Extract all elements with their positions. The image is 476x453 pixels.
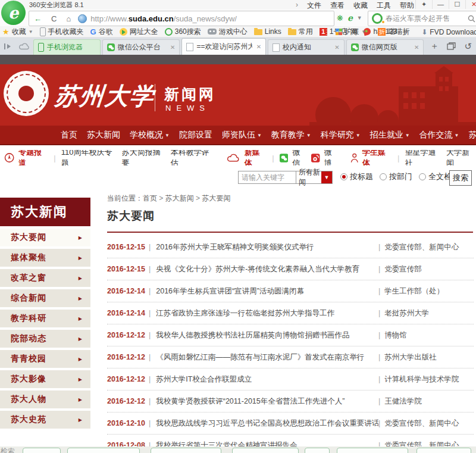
news-row[interactable]: 2016-12-12我校黄学贤教授获评“2011-2015年全省普法工作先进个人… xyxy=(107,390,474,413)
bookmark-mobile-favorites[interactable]: 手机收藏夹 xyxy=(40,27,84,37)
keyword-input[interactable] xyxy=(238,171,296,184)
subnav-new-media[interactable]: 新媒体 xyxy=(245,150,267,165)
sidebar-item-teaching-research[interactable]: 教学科研 xyxy=(0,310,90,327)
subnav-university-news[interactable]: 大学新闻 xyxy=(446,150,476,165)
home-icon[interactable]: ⌂ xyxy=(61,14,76,23)
close-button[interactable]: ✕ xyxy=(465,0,476,9)
nav-cooperation[interactable]: 合作交流 xyxy=(419,130,459,140)
sidebar-item-department-updates[interactable]: 院部动态 xyxy=(0,330,90,348)
news-row[interactable]: 2016-12-12苏州大学IT校企合作联盟成立计算机科学与技术学院 xyxy=(107,368,474,390)
nav-home[interactable]: 首页 xyxy=(61,130,77,140)
sidebar-item-suda-images[interactable]: 苏大影像 xyxy=(0,370,90,388)
restore-closed-tab-icon[interactable]: ↺ xyxy=(464,41,472,52)
tab-close-icon[interactable]: ✕ xyxy=(414,44,419,51)
no-trace-icon[interactable]: ❋ xyxy=(337,14,343,23)
news-title-link[interactable]: 我校思政战线学习习近平总书记全国高校思想政治工作会议重要讲话精神 xyxy=(146,418,378,429)
news-title-link[interactable]: 苏州大学IT校企合作联盟成立 xyxy=(146,374,378,385)
url-field[interactable]: ← C ⌂ http://www.suda.edu.cn/suda_news/s… xyxy=(29,11,334,26)
tab-suda-news-active[interactable]: ==欢迎访问苏州大学网 ✕ xyxy=(181,38,266,55)
tab-list-icon[interactable] xyxy=(447,42,456,50)
subnav-briefing-digest[interactable]: 苏大简报摘要 xyxy=(122,150,167,165)
breadcrumb-home[interactable]: 首页 xyxy=(143,194,157,202)
taskbar-button-stub[interactable] xyxy=(232,448,299,453)
sidebar-item-suda-people[interactable]: 苏大人物 xyxy=(0,390,90,408)
news-row[interactable]: 2016-12-12我校华人德教授携校书法社历届精英向博物馆捐赠书画作品博物馆 xyxy=(107,324,474,346)
sidebar-item-general-news[interactable]: 综合新闻 xyxy=(0,289,90,307)
url-text[interactable]: http://www.suda.edu.cn/suda_news/sdyw/ xyxy=(90,14,237,23)
nav-education[interactable]: 教育教学 xyxy=(271,130,311,140)
bookmark-site-directory[interactable]: 网址大全 xyxy=(120,27,158,37)
extensions-button[interactable]: 扩展▼ xyxy=(336,27,366,37)
tab-close-icon[interactable]: ✕ xyxy=(334,44,339,51)
tab-wechat-web[interactable]: 微信网页版 ✕ xyxy=(346,39,424,55)
sidebar-item-campus-life[interactable]: 青青校园 xyxy=(0,350,90,368)
category-select[interactable]: 所有新闻 ▼ xyxy=(296,171,333,184)
search-button[interactable]: 搜索 xyxy=(449,170,472,186)
search-box[interactable]: 春运火车票今起开售 xyxy=(368,11,476,26)
nav-research[interactable]: 科学研究 xyxy=(321,130,361,140)
speed-mode-icon[interactable]: e xyxy=(347,13,353,23)
radio-by-title[interactable]: 按标题 xyxy=(340,171,373,182)
news-title-link[interactable]: 央视《文化十分》苏州大学-将传统文化素养融入当代大学教育 xyxy=(146,264,378,274)
miaomiaozhe-button[interactable]: 折喵喵折 xyxy=(378,27,409,37)
subnav-student-media[interactable]: 学生媒体 xyxy=(362,150,392,165)
bookmark-google[interactable]: G谷歌 xyxy=(90,27,113,37)
news-title-link[interactable]: 2016年苏州大学王晓军精神文明奖颁奖仪式举行 xyxy=(146,242,378,252)
fvd-downloader-button[interactable]: ⬇FVD Download xyxy=(421,28,476,36)
news-title-link[interactable]: 我校黄学贤教授获评“2011-2015年全省普法工作先进个人” xyxy=(146,396,378,407)
nav-admissions[interactable]: 招生就业 xyxy=(370,130,410,140)
maximize-button[interactable]: ☐ xyxy=(449,0,465,9)
news-row[interactable]: 2016-12-08我校举行省第十三次党代会精神宣讲报告会党委宣传部、新闻中心 xyxy=(107,435,474,446)
magnifier-icon[interactable] xyxy=(468,15,475,23)
subnav-wangxing-society[interactable]: 望星学通社 xyxy=(405,150,442,165)
url-dropdown-icon[interactable]: ▼ xyxy=(357,15,362,21)
tab-campus-notice[interactable]: 校内通知 ✕ xyxy=(268,39,345,55)
taskbar-button-stub[interactable] xyxy=(23,448,61,453)
news-title-link[interactable]: 2016年学生标兵宣讲团“宣讲周”活动圆满闭幕 xyxy=(146,286,378,296)
nav-departments[interactable]: 院部设置 xyxy=(179,130,212,140)
subnav-teaching-evaluation[interactable]: 本科教学评估 xyxy=(171,150,215,165)
nav-school-overview[interactable]: 学校概况 xyxy=(130,130,170,140)
cloud-sync-icon[interactable] xyxy=(19,43,30,50)
taskbar-button-stub[interactable] xyxy=(337,448,408,453)
subnav-special-topics[interactable]: 专题报道 xyxy=(18,150,48,165)
breadcrumb-suda-news[interactable]: 苏大新闻 xyxy=(157,194,194,202)
news-row[interactable]: 2016-12-14江苏省政协主席张连珍一行莅临老挝苏州大学指导工作老挝苏州大学 xyxy=(107,302,474,324)
back-icon[interactable]: ← xyxy=(29,14,46,23)
sidebar-item-suda-headlines[interactable]: 苏大要闻 xyxy=(0,229,90,246)
news-row[interactable]: 2016-12-10我校思政战线学习习近平总书记全国高校思想政治工作会议重要讲话… xyxy=(107,413,474,435)
taskbar-button-stub[interactable] xyxy=(416,448,471,453)
sidebar-item-suda-history[interactable]: 苏大史苑 xyxy=(0,411,90,429)
new-tab-icon[interactable]: ＋ xyxy=(430,40,439,52)
news-row[interactable]: 2016-12-15央视《文化十分》苏州大学-将传统文化素养融入当代大学教育党委… xyxy=(107,258,474,280)
sidebar-item-media-focus[interactable]: 媒体聚焦 xyxy=(0,249,90,267)
university-seal-logo[interactable] xyxy=(4,71,49,116)
taskbar-button-stub[interactable] xyxy=(151,448,221,453)
news-title-link[interactable]: 《风雨如磐忆江南——陈范有与江南水泥厂》首发式在南京举行 xyxy=(146,352,378,363)
news-title-link[interactable]: 我校华人德教授携校书法社历届精英向博物馆捐赠书画作品 xyxy=(146,330,378,340)
taskbar-button-stub[interactable] xyxy=(67,448,140,453)
minimize-button[interactable]: — xyxy=(432,0,449,9)
tab-mobile-browser[interactable]: 手机浏览器 xyxy=(33,39,101,55)
sidebar-toggle-icon[interactable] xyxy=(4,43,12,50)
bookmark-common-folder[interactable]: 常用 xyxy=(288,27,313,37)
browser-360-logo-icon[interactable]: e xyxy=(1,1,26,25)
subnav-weibo[interactable]: 微博 xyxy=(324,150,339,165)
taskbar-button-stub[interactable] xyxy=(305,448,330,453)
tab-wechat-official[interactable]: 微信公众平台 ✕ xyxy=(102,39,180,55)
bookmark-favorites[interactable]: ★收藏▼ xyxy=(2,27,33,37)
bookmark-links-folder[interactable]: Links xyxy=(254,27,281,36)
nav-cutoff-item[interactable]: 苏 xyxy=(469,130,476,140)
nav-faculty[interactable]: 师资队伍 xyxy=(222,130,262,140)
subnav-110th-anniversary[interactable]: 110周年校庆专题 xyxy=(61,150,118,165)
news-title-link[interactable]: 我校举行省第十三次党代会精神宣讲报告会 xyxy=(146,440,378,447)
bookmark-360-search[interactable]: 360搜索 xyxy=(165,27,201,37)
skin-icon[interactable]: ✦ xyxy=(415,0,432,9)
select-dropdown-icon[interactable]: ▼ xyxy=(321,171,332,183)
nav-suda-news[interactable]: 苏大新闻 xyxy=(87,130,120,140)
sidebar-item-reform-window[interactable]: 改革之窗 xyxy=(0,269,90,287)
radio-by-department[interactable]: 按部门 xyxy=(380,171,412,182)
tab-close-icon[interactable]: ✕ xyxy=(256,43,261,50)
tab-close-icon[interactable]: ✕ xyxy=(170,44,175,51)
news-title-link[interactable]: 江苏省政协主席张连珍一行莅临老挝苏州大学指导工作 xyxy=(146,308,378,318)
